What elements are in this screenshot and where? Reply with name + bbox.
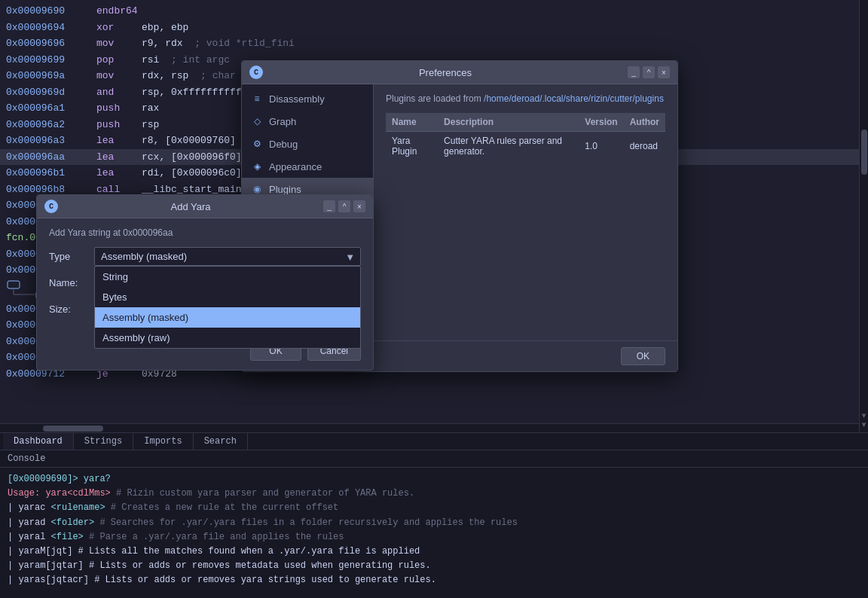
- plugin-author: deroad: [624, 132, 665, 161]
- dialog-controls: _ ^ ×: [628, 66, 670, 78]
- console-line: Usage: yara<cdlMms> # Rizin custom yara …: [8, 487, 860, 501]
- yara-titlebar: C Add Yara _ ^ ×: [37, 195, 373, 218]
- asm-row: 0x00009690 endbr64: [0, 3, 868, 20]
- size-label: Size:: [49, 304, 94, 315]
- sidebar-label-debug: Debug: [269, 139, 298, 150]
- type-dropdown-menu: String Bytes Assembly (masked) Assembly …: [94, 266, 361, 349]
- yara-subtitle: Add Yara string at 0x000096aa: [49, 227, 361, 238]
- sidebar-label-graph: Graph: [269, 116, 296, 127]
- preferences-titlebar: C Preferences _ ^ ×: [242, 61, 677, 84]
- asm-row: 0x00009694 xor ebp, ebp: [0, 20, 868, 36]
- col-name: Name: [386, 113, 438, 132]
- name-label: Name:: [49, 277, 94, 288]
- sidebar-label-plugins: Plugins: [269, 184, 301, 195]
- console-line: | yaral <file> # Parse a .yar/.yara file…: [8, 530, 860, 545]
- tab-strings[interactable]: Strings: [74, 433, 133, 450]
- sidebar-item-graph[interactable]: ◇ Graph: [242, 110, 373, 133]
- graph-icon: ◇: [251, 115, 263, 127]
- console-line: | yarad <folder> # Searches for .yar/.ya…: [8, 516, 860, 530]
- debug-icon: ⚙: [251, 138, 263, 150]
- preferences-title: Preferences: [263, 67, 628, 78]
- col-version: Version: [579, 113, 623, 132]
- disassembly-icon: ≡: [251, 93, 263, 105]
- scroll-down-arrow[interactable]: ▼: [860, 412, 868, 420]
- col-description: Description: [438, 113, 579, 132]
- preferences-content: Plugins are loaded from /home/deroad/.lo…: [374, 84, 677, 340]
- dropdown-bytes[interactable]: Bytes: [95, 287, 360, 307]
- tab-bar: Dashboard Strings Imports Search: [0, 433, 868, 450]
- vertical-scrollbar[interactable]: ▼ ▼: [859, 0, 868, 432]
- console-line: [0x00009690]> yara?: [8, 472, 860, 487]
- plugin-row: Yara Plugin Cutter YARA rules parser and…: [386, 132, 665, 161]
- plugin-path-text: Plugins are loaded from /home/deroad/.lo…: [386, 93, 665, 104]
- sidebar-label-appearance: Appearance: [269, 161, 322, 172]
- console-area[interactable]: [0x00009690]> yara? Usage: yara<cdlMms> …: [0, 468, 868, 591]
- yara-cutter-icon: C: [44, 200, 58, 213]
- sidebar-item-debug[interactable]: ⚙ Debug: [242, 133, 373, 155]
- bottom-panel: Dashboard Strings Imports Search Console…: [0, 432, 868, 598]
- console-line: | yaraM[jqt] # Lists all the matches fou…: [8, 545, 860, 559]
- minimize-button[interactable]: _: [628, 66, 640, 78]
- yara-body: Add Yara string at 0x000096aa Type Strin…: [37, 218, 373, 335]
- dropdown-assembly-raw[interactable]: Assembly (raw): [95, 328, 360, 348]
- preferences-ok-button[interactable]: OK: [621, 347, 665, 365]
- tab-imports[interactable]: Imports: [133, 433, 193, 450]
- type-row: Type String Bytes Assembly (masked) Asse…: [49, 247, 361, 266]
- close-button[interactable]: ×: [658, 66, 670, 78]
- col-author: Author: [624, 113, 665, 132]
- tab-dashboard[interactable]: Dashboard: [3, 433, 74, 450]
- yara-dialog-controls: _ ^ ×: [323, 200, 365, 212]
- console-line: | yarac <rulename> # Creates a new rule …: [8, 501, 860, 515]
- svg-rect-0: [8, 281, 20, 288]
- scrollbar-thumb-h[interactable]: [43, 426, 103, 432]
- sidebar-item-disassembly[interactable]: ≡ Disassembly: [242, 87, 373, 110]
- scroll-down-arrow2[interactable]: ▼: [860, 421, 868, 429]
- horizontal-scrollbar[interactable]: [0, 423, 859, 432]
- plugins-table: Name Description Version Author Yara Plu…: [386, 113, 665, 161]
- plugins-icon: ◉: [251, 183, 263, 195]
- appearance-icon: ◈: [251, 160, 263, 172]
- console-line: | yaras[jqtacr] # Lists or adds or remov…: [8, 573, 860, 587]
- plugin-version: 1.0: [579, 132, 623, 161]
- yara-title: Add Yara: [58, 201, 323, 212]
- console-label: Console: [0, 450, 868, 468]
- plugin-name: Yara Plugin: [386, 132, 438, 161]
- console-line: | yaram[jqtar] # Lists or adds or remove…: [8, 559, 860, 573]
- type-label: Type: [49, 251, 94, 262]
- cutter-icon: C: [249, 66, 263, 79]
- yara-close-button[interactable]: ×: [353, 200, 365, 212]
- maximize-button[interactable]: ^: [643, 66, 655, 78]
- type-select-wrapper: String Bytes Assembly (masked) Assembly …: [94, 247, 361, 266]
- type-select[interactable]: String Bytes Assembly (masked) Assembly …: [94, 247, 361, 266]
- plugin-description: Cutter YARA rules parser and generator.: [438, 132, 579, 161]
- scrollbar-thumb-v[interactable]: [861, 130, 867, 175]
- sidebar-label-disassembly: Disassembly: [269, 93, 325, 105]
- dropdown-assembly-masked[interactable]: Assembly (masked): [95, 307, 360, 328]
- tab-search[interactable]: Search: [194, 433, 248, 450]
- yara-maximize-button[interactable]: ^: [338, 200, 350, 212]
- asm-row: 0x00009696 mov r9, rdx ; void *rtld_fini: [0, 35, 868, 52]
- add-yara-dialog: C Add Yara _ ^ × Add Yara string at 0x00…: [36, 194, 374, 371]
- dropdown-string[interactable]: String: [95, 267, 360, 287]
- plugin-path-link[interactable]: /home/deroad/.local/share/rizin/cutter/p…: [484, 93, 664, 104]
- sidebar-item-appearance[interactable]: ◈ Appearance: [242, 155, 373, 178]
- yara-minimize-button[interactable]: _: [323, 200, 335, 212]
